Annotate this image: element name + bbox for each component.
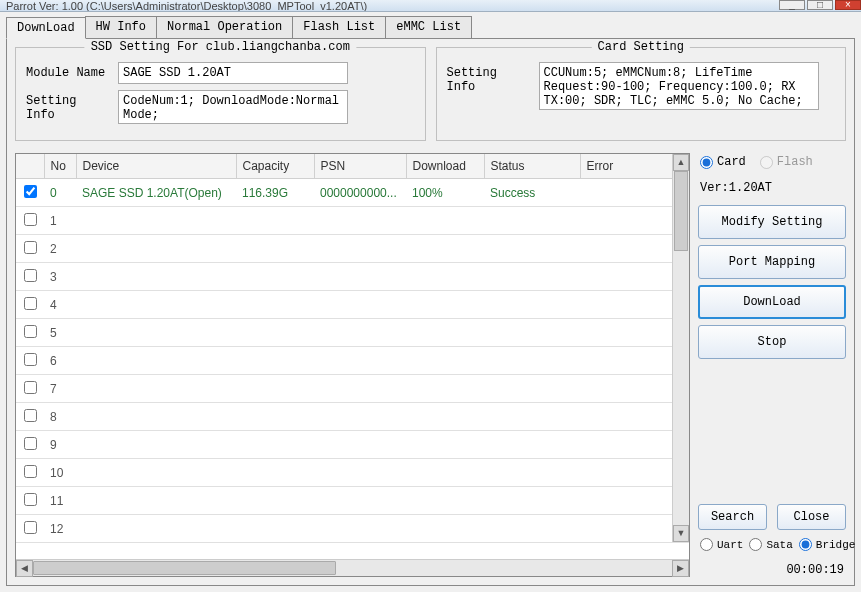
table-row[interactable]: 1 bbox=[16, 207, 689, 235]
module-name-input[interactable] bbox=[118, 62, 348, 84]
card-setting-info-text[interactable]: CCUNum:5; eMMCNum:8; LifeTime Request:90… bbox=[539, 62, 819, 110]
tab-flash-list[interactable]: Flash List bbox=[292, 16, 386, 38]
app-window: Parrot Ver: 1.00 (C:\Users\Administrator… bbox=[0, 0, 861, 592]
device-table: NoDeviceCapacityPSNDownloadStatusError 0… bbox=[16, 154, 689, 543]
maximize-button[interactable]: □ bbox=[807, 0, 833, 10]
table-row[interactable]: 7 bbox=[16, 375, 689, 403]
table-row[interactable]: 4 bbox=[16, 291, 689, 319]
col-Status[interactable]: Status bbox=[484, 154, 580, 179]
card-setting-info-label: Setting Info bbox=[447, 62, 533, 94]
mode-flash-radio[interactable]: Flash bbox=[760, 155, 813, 169]
col-Device[interactable]: Device bbox=[76, 154, 236, 179]
module-name-label: Module Name bbox=[26, 62, 112, 80]
close-button[interactable]: Close bbox=[777, 504, 846, 530]
row-checkbox[interactable] bbox=[24, 493, 37, 506]
table-row[interactable]: 6 bbox=[16, 347, 689, 375]
hscroll-thumb[interactable] bbox=[33, 561, 336, 575]
table-row[interactable]: 11 bbox=[16, 487, 689, 515]
tab-download[interactable]: DownLoad bbox=[6, 17, 86, 39]
row-checkbox[interactable] bbox=[24, 409, 37, 422]
table-row[interactable]: 12 bbox=[16, 515, 689, 543]
device-table-container: NoDeviceCapacityPSNDownloadStatusError 0… bbox=[15, 153, 690, 577]
titlebar: Parrot Ver: 1.00 (C:\Users\Administrator… bbox=[0, 0, 861, 12]
iface-bridge-radio[interactable]: Bridge bbox=[799, 538, 856, 551]
row-checkbox[interactable] bbox=[24, 185, 37, 198]
col-No[interactable]: No bbox=[44, 154, 76, 179]
port-mapping-button[interactable]: Port Mapping bbox=[698, 245, 846, 279]
horizontal-scrollbar[interactable]: ◀ ▶ bbox=[16, 559, 689, 576]
iface-uart-radio[interactable]: Uart bbox=[700, 538, 743, 551]
table-row[interactable]: 5 bbox=[16, 319, 689, 347]
row-checkbox[interactable] bbox=[24, 297, 37, 310]
tab-hw-info[interactable]: HW Info bbox=[85, 16, 157, 38]
version-label: Ver:1.20AT bbox=[698, 179, 846, 199]
table-row[interactable]: 10 bbox=[16, 459, 689, 487]
col-Capacity[interactable]: Capacity bbox=[236, 154, 314, 179]
scroll-up-icon[interactable]: ▲ bbox=[673, 154, 689, 171]
row-checkbox[interactable] bbox=[24, 353, 37, 366]
ssd-setting-info-text[interactable]: CodeNum:1; DownloadMode:Normal Mode; bbox=[118, 90, 348, 124]
row-checkbox[interactable] bbox=[24, 241, 37, 254]
col-check[interactable] bbox=[16, 154, 44, 179]
scroll-down-icon[interactable]: ▼ bbox=[673, 525, 689, 542]
minimize-button[interactable]: _ bbox=[779, 0, 805, 10]
scroll-right-icon[interactable]: ▶ bbox=[672, 560, 689, 577]
vertical-scrollbar[interactable]: ▲ ▼ bbox=[672, 154, 689, 542]
ssd-setting-group: SSD Setting For club.liangchanba.com Mod… bbox=[15, 47, 426, 141]
table-row[interactable]: 0SAGE SSD 1.20AT(Open)116.39G0000000000.… bbox=[16, 179, 689, 207]
close-window-button[interactable]: × bbox=[835, 0, 861, 10]
col-Download[interactable]: Download bbox=[406, 154, 484, 179]
scroll-left-icon[interactable]: ◀ bbox=[16, 560, 33, 577]
table-row[interactable]: 9 bbox=[16, 431, 689, 459]
col-PSN[interactable]: PSN bbox=[314, 154, 406, 179]
row-checkbox[interactable] bbox=[24, 213, 37, 226]
tab-emmc-list[interactable]: eMMC List bbox=[385, 16, 472, 38]
timer: 00:00:19 bbox=[698, 561, 846, 577]
card-setting-group: Card Setting Setting Info CCUNum:5; eMMC… bbox=[436, 47, 847, 141]
row-checkbox[interactable] bbox=[24, 381, 37, 394]
iface-sata-radio[interactable]: Sata bbox=[749, 538, 792, 551]
tabs: DownLoadHW InfoNormal OperationFlash Lis… bbox=[6, 16, 855, 38]
row-checkbox[interactable] bbox=[24, 437, 37, 450]
table-row[interactable]: 2 bbox=[16, 235, 689, 263]
download-button[interactable]: DownLoad bbox=[698, 285, 846, 319]
tab-download-panel: SSD Setting For club.liangchanba.com Mod… bbox=[6, 38, 855, 586]
table-row[interactable]: 8 bbox=[16, 403, 689, 431]
ssd-setting-info-label: Setting Info bbox=[26, 90, 112, 122]
ssd-group-legend: SSD Setting For club.liangchanba.com bbox=[85, 40, 356, 54]
modify-setting-button[interactable]: Modify Setting bbox=[698, 205, 846, 239]
row-checkbox[interactable] bbox=[24, 325, 37, 338]
search-button[interactable]: Search bbox=[698, 504, 767, 530]
mode-card-radio[interactable]: Card bbox=[700, 155, 746, 169]
side-panel: Card Flash Ver:1.20AT Modify Setting Por… bbox=[698, 153, 846, 577]
row-checkbox[interactable] bbox=[24, 521, 37, 534]
card-group-legend: Card Setting bbox=[592, 40, 690, 54]
row-checkbox[interactable] bbox=[24, 465, 37, 478]
row-checkbox[interactable] bbox=[24, 269, 37, 282]
window-title: Parrot Ver: 1.00 (C:\Users\Administrator… bbox=[6, 0, 367, 12]
vscroll-thumb[interactable] bbox=[674, 171, 688, 251]
stop-button[interactable]: Stop bbox=[698, 325, 846, 359]
table-row[interactable]: 3 bbox=[16, 263, 689, 291]
tab-normal-operation[interactable]: Normal Operation bbox=[156, 16, 293, 38]
